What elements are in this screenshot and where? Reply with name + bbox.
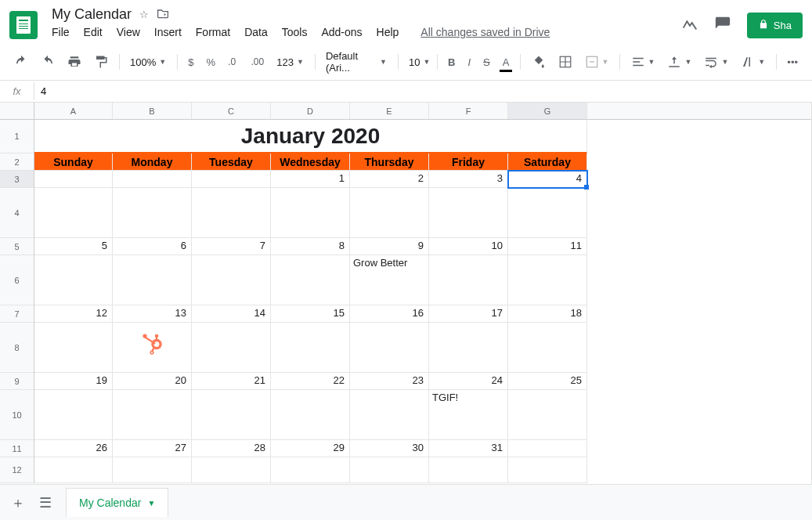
sheets-logo[interactable]: [9, 11, 38, 39]
add-sheet-button[interactable]: ＋: [11, 493, 25, 512]
cell-D11[interactable]: 29: [271, 440, 350, 457]
h-align-dropdown[interactable]: ▼: [626, 53, 660, 70]
cell-C8[interactable]: [192, 323, 271, 373]
row-header-9[interactable]: 9: [0, 373, 34, 390]
menu-file[interactable]: File: [52, 26, 70, 38]
dayhead-sunday[interactable]: Sunday: [34, 153, 113, 171]
bold-button[interactable]: B: [443, 53, 460, 71]
calendar-title-cell[interactable]: January 2020: [34, 120, 587, 153]
cell-D5[interactable]: 8: [271, 238, 350, 255]
cell-C10[interactable]: [192, 390, 271, 440]
font-dropdown[interactable]: Default (Ari...▼: [321, 49, 392, 75]
cell-B11[interactable]: 27: [113, 440, 192, 457]
cell-A6[interactable]: [34, 255, 113, 305]
cell-E3[interactable]: 2: [350, 171, 429, 188]
dayhead-monday[interactable]: Monday: [113, 153, 192, 171]
menu-data[interactable]: Data: [244, 26, 268, 38]
move-folder-icon[interactable]: [157, 8, 169, 21]
comments-icon[interactable]: [714, 16, 731, 35]
col-header-D[interactable]: D: [271, 103, 350, 119]
cell-E4[interactable]: [350, 188, 429, 238]
cell-B10[interactable]: [113, 390, 192, 440]
cell-A8[interactable]: [34, 323, 113, 373]
dayhead-thursday[interactable]: Thursday: [350, 153, 429, 171]
cell-G11[interactable]: [508, 440, 587, 457]
dayhead-friday[interactable]: Friday: [429, 153, 508, 171]
cell-F3[interactable]: 3: [429, 171, 508, 188]
menu-insert[interactable]: Insert: [154, 26, 182, 38]
fill-color-button[interactable]: [527, 52, 550, 72]
cell-F7[interactable]: 17: [429, 305, 508, 323]
dayhead-wednesday[interactable]: Wednesday: [271, 153, 350, 171]
save-status[interactable]: All changes saved in Drive: [420, 26, 550, 38]
cell-A11[interactable]: 26: [34, 440, 113, 457]
currency-button[interactable]: $: [183, 53, 198, 71]
cell-F8[interactable]: [429, 323, 508, 373]
cell-D9[interactable]: 22: [271, 373, 350, 390]
activity-icon[interactable]: [681, 16, 698, 35]
cell-G8[interactable]: [508, 323, 587, 373]
cell-F9[interactable]: 24: [429, 373, 508, 390]
cell-G10[interactable]: [508, 390, 587, 440]
cell-B8[interactable]: [113, 323, 192, 373]
row-header-12[interactable]: 12: [0, 457, 34, 483]
cell-F10[interactable]: TGIF!: [429, 390, 508, 440]
cell-D10[interactable]: [271, 390, 350, 440]
menu-edit[interactable]: Edit: [84, 26, 103, 38]
menu-help[interactable]: Help: [377, 26, 399, 38]
cell-D12[interactable]: [271, 457, 350, 483]
row-header-2[interactable]: 2: [0, 153, 34, 171]
row-header-5[interactable]: 5: [0, 238, 34, 255]
dayhead-tuesday[interactable]: Tuesday: [192, 153, 271, 171]
cell-B9[interactable]: 20: [113, 373, 192, 390]
spreadsheet-grid[interactable]: A B C D E F G 1 2 3 4 5 6 7 8 9 10 11 12…: [0, 103, 812, 485]
cell-D7[interactable]: 15: [271, 305, 350, 323]
cell-F12[interactable]: [429, 457, 508, 483]
cell-B7[interactable]: 13: [113, 305, 192, 323]
doc-title[interactable]: My Calendar: [52, 6, 132, 23]
cell-C3[interactable]: [192, 171, 271, 188]
strikethrough-button[interactable]: S: [478, 53, 495, 71]
cell-F5[interactable]: 10: [429, 238, 508, 255]
row-header-3[interactable]: 3: [0, 171, 34, 188]
cell-G6[interactable]: [508, 255, 587, 305]
cell-G12[interactable]: [508, 457, 587, 483]
share-button[interactable]: Sha: [747, 13, 803, 38]
cell-A10[interactable]: [34, 390, 113, 440]
undo-button[interactable]: [9, 52, 33, 72]
cell-E5[interactable]: 9: [350, 238, 429, 255]
cell-E10[interactable]: [350, 390, 429, 440]
cell-G3[interactable]: 4: [508, 171, 587, 188]
cell-E11[interactable]: 30: [350, 440, 429, 457]
cell-A5[interactable]: 5: [34, 238, 113, 255]
menu-view[interactable]: View: [117, 26, 140, 38]
cell-C6[interactable]: [192, 255, 271, 305]
row-header-11[interactable]: 11: [0, 440, 34, 457]
cell-G5[interactable]: 11: [508, 238, 587, 255]
v-align-dropdown[interactable]: ▼: [662, 53, 696, 70]
cell-E6[interactable]: Grow Better: [350, 255, 429, 305]
cell-G4[interactable]: [508, 188, 587, 238]
wrap-dropdown[interactable]: ▼: [699, 53, 733, 70]
cell-B5[interactable]: 6: [113, 238, 192, 255]
row-header-10[interactable]: 10: [0, 390, 34, 440]
cell-C12[interactable]: [192, 457, 271, 483]
menu-addons[interactable]: Add-ons: [321, 26, 362, 38]
all-sheets-button[interactable]: ☰: [39, 494, 52, 511]
more-toolbar-button[interactable]: •••: [782, 53, 803, 71]
cell-E7[interactable]: 16: [350, 305, 429, 323]
percent-button[interactable]: %: [202, 53, 221, 71]
cell-D8[interactable]: [271, 323, 350, 373]
cell-E9[interactable]: 23: [350, 373, 429, 390]
cell-B6[interactable]: [113, 255, 192, 305]
col-header-F[interactable]: F: [429, 103, 508, 119]
cell-C4[interactable]: [192, 188, 271, 238]
dayhead-saturday[interactable]: Saturday: [508, 153, 587, 171]
cell-C5[interactable]: 7: [192, 238, 271, 255]
cell-D4[interactable]: [271, 188, 350, 238]
col-header-B[interactable]: B: [113, 103, 192, 119]
merge-cells-dropdown[interactable]: ▼: [580, 53, 614, 70]
star-icon[interactable]: ☆: [139, 9, 149, 20]
font-size-dropdown[interactable]: 10▼: [404, 55, 431, 70]
col-header-C[interactable]: C: [192, 103, 271, 119]
